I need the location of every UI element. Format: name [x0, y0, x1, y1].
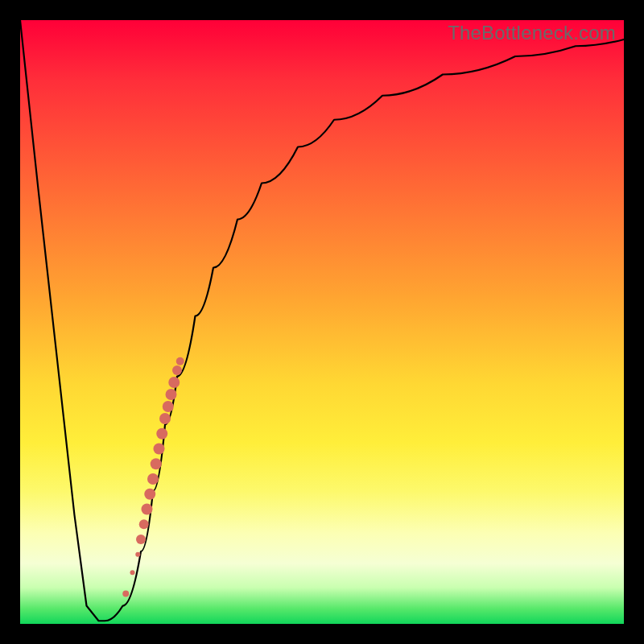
highlight-dot: [142, 504, 153, 515]
highlight-dot: [166, 389, 177, 400]
highlight-dot: [147, 473, 159, 485]
highlight-dot: [159, 413, 171, 424]
highlight-dot: [172, 365, 182, 375]
marked-segment: [122, 357, 184, 597]
highlight-dot: [156, 428, 167, 440]
highlight-dot: [130, 570, 135, 575]
chart-frame: TheBottleneck.com: [0, 0, 644, 644]
highlight-dot: [135, 552, 140, 557]
highlight-dot: [168, 377, 180, 388]
highlight-dot: [136, 535, 146, 544]
highlight-dot: [154, 444, 165, 455]
highlight-dot: [122, 591, 129, 597]
highlight-dot: [151, 458, 162, 469]
bottleneck-curve: [20, 20, 624, 621]
highlight-dot: [163, 401, 174, 412]
highlight-dot: [144, 489, 155, 500]
highlight-dot: [139, 519, 149, 529]
curve-layer: [20, 20, 624, 624]
highlight-dot: [176, 357, 184, 365]
plot-area: TheBottleneck.com: [20, 20, 624, 624]
